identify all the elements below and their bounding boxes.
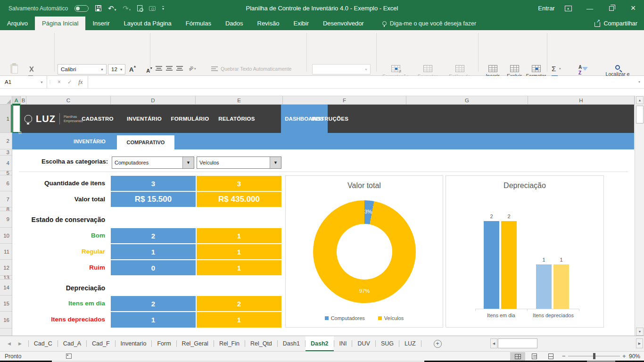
expand-formula-bar-icon[interactable]: ▾ — [635, 76, 644, 88]
selected-cell-a1[interactable] — [12, 105, 21, 133]
save-icon[interactable] — [95, 5, 101, 11]
stat-value[interactable]: 1 — [111, 244, 196, 259]
cancel-formula-icon[interactable]: × — [58, 79, 61, 85]
stat-value[interactable]: R$ 15.500 — [111, 192, 196, 207]
vertical-scroll-thumb[interactable] — [636, 106, 644, 123]
column-header-g[interactable]: G — [406, 96, 528, 105]
autosave-toggle[interactable] — [74, 5, 89, 12]
tab-dados[interactable]: Dados — [218, 16, 250, 30]
row-header-1[interactable]: 1 — [0, 105, 12, 133]
row-header-15[interactable]: 15 — [0, 296, 12, 312]
page-layout-view-icon[interactable] — [527, 352, 542, 361]
stat-value[interactable]: 2 — [111, 228, 196, 243]
subtab-inventario[interactable]: INVENTÁRIO — [68, 133, 111, 149]
stat-value[interactable]: 1 — [111, 312, 196, 328]
scroll-up-icon[interactable]: ▲ — [636, 96, 644, 104]
stat-value[interactable]: 1 — [197, 312, 281, 328]
row-header-13[interactable]: 13 — [0, 276, 12, 280]
column-header-h[interactable]: H — [528, 96, 635, 105]
column-header-d[interactable]: D — [111, 96, 196, 105]
row-header-8[interactable]: 8 — [0, 207, 12, 211]
sheet-tab-dash1[interactable]: Dash1 — [278, 336, 305, 351]
tab-desenvolvedor[interactable]: Desenvolvedor — [316, 16, 371, 30]
sheet-tab-rel-geral[interactable]: Rel_Geral — [177, 336, 214, 351]
vertical-scrollbar[interactable]: ▲ ▼ — [635, 96, 644, 336]
sheet-tab-cad-a[interactable]: Cad_A — [58, 336, 86, 351]
close-button[interactable]: × — [622, 0, 644, 16]
restore-button[interactable] — [601, 0, 622, 16]
nav-cadastro[interactable]: CADASTRO — [82, 105, 114, 133]
sheet-tab-rel-fin[interactable]: Rel_Fin — [214, 336, 245, 351]
sheet-tab-form[interactable]: Form — [152, 336, 176, 351]
align-bottom-icon[interactable] — [176, 66, 183, 71]
normal-view-icon[interactable] — [510, 352, 525, 361]
scroll-right-icon[interactable]: ▶ — [636, 338, 643, 348]
name-box[interactable]: A1▼ — [0, 76, 47, 88]
row-header-14[interactable]: 14 — [0, 280, 12, 296]
formula-input[interactable] — [88, 76, 635, 88]
page-break-view-icon[interactable] — [543, 352, 558, 361]
horizontal-scrollbar[interactable]: ◀ ▶ — [490, 338, 643, 349]
stat-value[interactable]: 1 — [197, 244, 281, 259]
enter-formula-icon[interactable]: ✓ — [67, 79, 72, 85]
row-header-16[interactable]: 16 — [0, 312, 12, 329]
tab-arquivo[interactable]: Arquivo — [0, 16, 35, 30]
fill-handle[interactable] — [19, 132, 21, 134]
category-dropdown-1[interactable]: Computadores ▼ — [112, 156, 194, 169]
insert-function-icon[interactable]: fx — [78, 78, 83, 86]
zoom-level[interactable]: 90% — [629, 353, 640, 360]
ribbon-display-options-button[interactable]: ▴ — [557, 0, 579, 16]
stat-value[interactable]: 1 — [197, 260, 281, 275]
new-sheet-icon[interactable]: + — [434, 340, 442, 348]
grow-font-button[interactable]: A▲ — [129, 66, 133, 73]
autosum-icon[interactable]: Σ — [552, 65, 556, 72]
font-size-combo[interactable]: 12▼ — [108, 64, 125, 74]
number-format-combo[interactable]: ▼ — [312, 64, 371, 74]
tab-inserir[interactable]: Inserir — [85, 16, 116, 30]
nav-relatorios[interactable]: RELATÓRIOS — [218, 105, 255, 133]
next-sheet-icon[interactable]: ▶ — [18, 341, 22, 346]
autosum-dropdown[interactable]: ▾ — [559, 67, 561, 71]
orientation-dropdown[interactable]: ▾ — [194, 67, 196, 71]
tab-exibir[interactable]: Exibir — [286, 16, 316, 30]
row-header-12[interactable]: 12 — [0, 260, 12, 276]
row-header-7[interactable]: 7 — [0, 191, 12, 207]
formula-bar-splitter[interactable]: ⋮ — [47, 76, 53, 88]
stat-value[interactable]: R$ 435.000 — [197, 192, 281, 207]
redo-button[interactable]: ↷▾ — [123, 4, 131, 13]
nav-instrucoes[interactable]: INSTRUÇÕES — [312, 105, 348, 133]
sign-in-button[interactable]: Entrar — [536, 0, 557, 16]
row-header-2[interactable]: 2 — [0, 133, 12, 149]
row-header-6[interactable]: 6 — [0, 175, 12, 191]
row-header-9[interactable]: 9 — [0, 211, 12, 228]
sheet-tab-dash2[interactable]: Dash2 — [305, 336, 334, 351]
minimize-button[interactable]: — — [579, 0, 601, 16]
zoom-out-icon[interactable]: − — [562, 353, 566, 360]
sheet-tab-sug[interactable]: SUG — [376, 336, 399, 351]
nav-inventario[interactable]: INVENTÁRIO — [127, 105, 162, 133]
sheet-tab-cad-c[interactable]: Cad_C — [29, 336, 58, 351]
row-header-5[interactable]: 5 — [0, 171, 12, 175]
dropdown-arrow-icon[interactable]: ▼ — [270, 157, 281, 168]
category-dropdown-2[interactable]: Veículos ▼ — [197, 156, 281, 169]
column-header-a[interactable]: A — [12, 96, 21, 105]
stat-value[interactable]: 3 — [111, 176, 196, 191]
sheet-tab-cad-f[interactable]: Cad_F — [87, 336, 115, 351]
macro-record-icon[interactable] — [66, 354, 72, 359]
stat-value[interactable]: 2 — [197, 296, 281, 311]
select-all-corner[interactable] — [0, 96, 12, 105]
stat-value[interactable]: 3 — [197, 176, 281, 191]
prev-sheet-icon[interactable]: ◀ — [8, 341, 11, 346]
column-header-c[interactable]: C — [26, 96, 111, 105]
wrap-text-button[interactable]: Quebrar Texto Automaticamente — [211, 66, 291, 72]
sheet-tab-duv[interactable]: DUV — [352, 336, 375, 351]
zoom-slider-thumb[interactable] — [593, 353, 595, 359]
align-middle-icon[interactable] — [166, 66, 173, 71]
stat-value[interactable]: 0 — [111, 260, 196, 275]
font-name-combo[interactable]: Calibri▼ — [58, 64, 107, 74]
zoom-in-icon[interactable]: + — [622, 353, 626, 360]
sheet-tab-ini[interactable]: INI — [334, 336, 352, 351]
tab-formulas[interactable]: Fórmulas — [179, 16, 218, 30]
horizontal-scroll-thumb[interactable] — [498, 338, 537, 348]
tell-me-box[interactable]: Diga-me o que você deseja fazer — [382, 16, 476, 30]
